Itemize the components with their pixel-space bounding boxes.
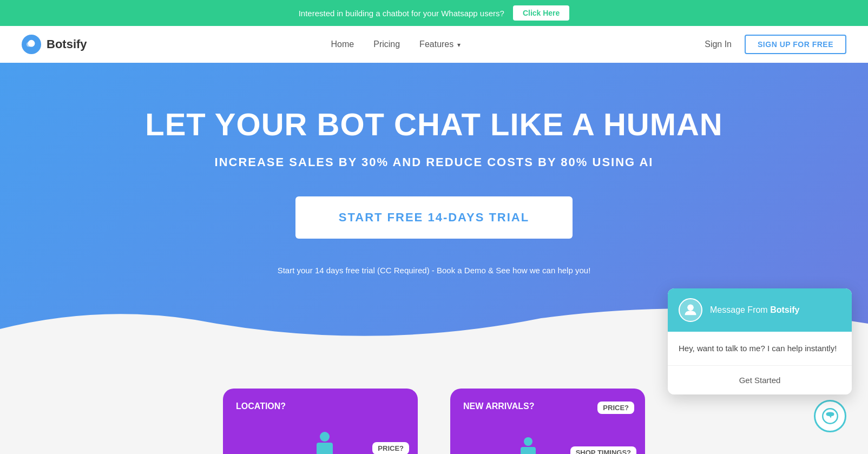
chat-header-title: Message From Botsify [710, 305, 799, 315]
card-left-location-text: LOCATION? [236, 402, 286, 411]
card-right-shop-timings-text: SHOP TIMINGS? [576, 449, 631, 454]
card-left: LOCATION? PRICE? [223, 389, 418, 454]
logo[interactable]: Botsify [22, 35, 87, 54]
signup-button[interactable]: SIGN UP FOR FREE [745, 35, 846, 54]
nav-pricing[interactable]: Pricing [373, 40, 400, 49]
chat-widget [814, 400, 846, 432]
hero-subheadline: INCREASE SALES BY 30% AND REDUCE COSTS B… [22, 155, 846, 169]
card-right-new-arrivals-text: NEW ARRIVALS? [463, 402, 535, 411]
chat-popup: Message From Botsify Hey, want to talk t… [668, 288, 852, 395]
card-left-price-text: PRICE? [378, 444, 404, 452]
sign-in-link[interactable]: Sign In [705, 40, 732, 49]
nav-right: Sign In SIGN UP FOR FREE [705, 35, 846, 54]
banner-text: Interested in building a chatbot for you… [299, 9, 504, 18]
nav-features[interactable]: Features [419, 40, 461, 49]
svg-point-1 [27, 42, 31, 47]
trial-button[interactable]: START FREE 14-DAYS TRIAL [295, 196, 573, 239]
card-right: NEW ARRIVALS? PRICE? SHOP TIMINGS? [450, 389, 645, 454]
top-banner: Interested in building a chatbot for you… [0, 0, 868, 26]
svg-point-2 [687, 304, 694, 311]
hero-subtext: Start your 14 days free trial (CC Requir… [22, 266, 846, 275]
chat-bubble-button[interactable] [814, 400, 846, 432]
chat-body: Hey, want to talk to me? I can help inst… [668, 332, 852, 366]
banner-click-here-button[interactable]: Click Here [513, 5, 569, 21]
nav-home[interactable]: Home [331, 40, 354, 49]
chat-avatar [679, 298, 702, 322]
logo-icon [22, 35, 41, 54]
card-right-price-text: PRICE? [603, 404, 629, 412]
hero-headline: LET YOUR BOT CHAT LIKE A HUMAN [22, 106, 846, 142]
logo-text: Botsify [47, 37, 87, 51]
chat-get-started[interactable]: Get Started [668, 366, 852, 394]
chat-header: Message From Botsify [668, 288, 852, 332]
navbar: Botsify Home Pricing Features Sign In SI… [0, 26, 868, 63]
features-dropdown-icon [456, 40, 461, 49]
nav-links: Home Pricing Features [331, 40, 461, 49]
